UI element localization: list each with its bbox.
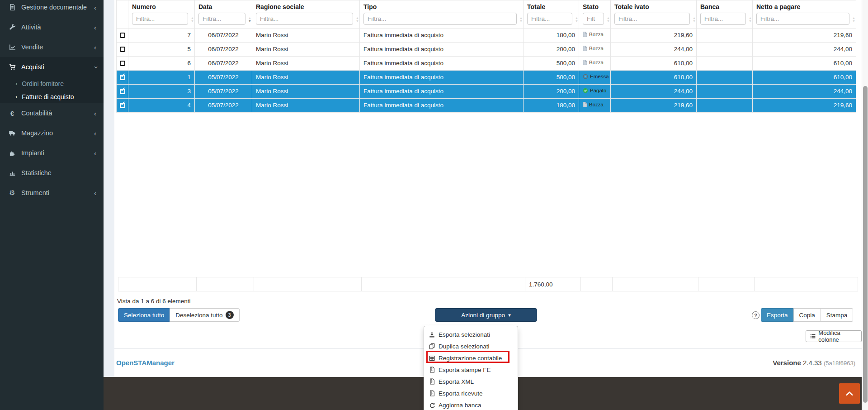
chevron-right-icon: › bbox=[15, 80, 17, 87]
filter-data-input[interactable] bbox=[198, 13, 245, 25]
sidebar-item-strumenti[interactable]: ⚙ Strumenti ‹ bbox=[0, 183, 104, 203]
select-all-button[interactable]: Seleziona tutto bbox=[118, 308, 170, 322]
column-header[interactable]: Numero bbox=[128, 0, 195, 11]
column-header[interactable]: Totale bbox=[524, 0, 579, 11]
column-header[interactable]: Netto a pagare bbox=[753, 0, 856, 11]
export-button[interactable]: Esporta bbox=[761, 308, 794, 322]
sidebar-subitem-fatture-di-acquisto[interactable]: › Fatture di acquisto bbox=[0, 90, 104, 103]
table-row-selected[interactable]: ✔ 3 05/07/2022 Mario Rossi Fattura immed… bbox=[117, 84, 856, 98]
sort-arrows-icon[interactable]: ▲▼ bbox=[607, 16, 610, 23]
vertical-scrollbar[interactable] bbox=[862, 0, 868, 410]
sort-arrows-icon[interactable]: ▲▼ bbox=[749, 16, 752, 23]
menu-item-registrazione-contabile[interactable]: Registrazione contabile bbox=[424, 352, 518, 364]
print-button[interactable]: Stampa bbox=[821, 308, 854, 322]
help-icon[interactable]: ? bbox=[752, 311, 760, 319]
bar-chart-icon bbox=[7, 170, 17, 176]
totale-sum: 1.760,00 bbox=[525, 277, 581, 291]
filter-banca-input[interactable] bbox=[700, 13, 746, 25]
menu-item-esporta-stampe-fe[interactable]: Esporta stampe FE bbox=[424, 364, 518, 376]
group-actions-button[interactable]: Azioni di gruppo ▾ bbox=[435, 308, 537, 322]
chevron-left-icon: ‹ bbox=[94, 129, 96, 137]
sidebar-item-acquisti[interactable]: Acquisti ‹ bbox=[0, 57, 104, 77]
filter-stato-input[interactable] bbox=[583, 13, 604, 25]
chevron-left-icon: ‹ bbox=[94, 4, 96, 11]
sort-arrows-icon[interactable]: ▲▼ bbox=[693, 16, 696, 23]
sort-arrows-icon[interactable]: ▲▼ bbox=[575, 16, 578, 23]
column-header[interactable]: Totale ivato bbox=[611, 0, 697, 11]
column-header[interactable]: Ragione sociale bbox=[252, 0, 360, 11]
filter-totale-input[interactable] bbox=[527, 13, 572, 25]
sort-arrows-icon[interactable]: ▲▼ bbox=[248, 16, 251, 23]
sidebar-item-contabilita[interactable]: € Contabilità ‹ bbox=[0, 103, 104, 123]
sidebar-item-impianti[interactable]: Impianti ‹ bbox=[0, 143, 104, 163]
sidebar-item-magazzino[interactable]: Magazzino ‹ bbox=[0, 123, 104, 143]
cell-netto: 219,60 bbox=[753, 98, 856, 112]
content-panel: Numero Data Ragione sociale Tipo Totale … bbox=[114, 0, 862, 377]
table-row[interactable]: 7 06/07/2022 Mario Rossi Fattura immedia… bbox=[117, 28, 856, 42]
column-header[interactable]: Banca bbox=[697, 0, 753, 11]
sort-arrows-icon[interactable]: ▲▼ bbox=[356, 16, 359, 23]
row-checkbox-checked[interactable]: ✔ bbox=[120, 103, 125, 108]
deselect-all-button[interactable]: Deseleziona tutto 3 bbox=[170, 308, 239, 322]
sidebar-item-attivita[interactable]: Attività ‹ bbox=[0, 17, 104, 37]
file-archive-icon bbox=[429, 367, 435, 373]
table-row-selected[interactable]: ✔ 4 05/07/2022 Mario Rossi Fattura immed… bbox=[117, 98, 856, 112]
chevron-down-icon: ‹ bbox=[91, 66, 99, 68]
table-row[interactable]: 5 06/07/2022 Mario Rossi Fattura immedia… bbox=[117, 42, 856, 56]
menu-item-duplica-selezionati[interactable]: Duplica selezionati bbox=[424, 340, 518, 352]
column-header[interactable]: Tipo bbox=[360, 0, 524, 11]
menu-item-esporta-selezionati[interactable]: Esporta selezionati bbox=[424, 329, 518, 340]
menu-item-esporta-xml[interactable]: Esporta XML bbox=[424, 376, 518, 387]
file-archive-icon bbox=[429, 378, 435, 385]
column-header[interactable]: Stato bbox=[579, 0, 611, 11]
menu-item-aggiorna-banca[interactable]: Aggiorna banca bbox=[424, 399, 518, 410]
row-checkbox[interactable] bbox=[120, 33, 125, 38]
filter-ragione-sociale-input[interactable] bbox=[256, 13, 353, 25]
table-grid-icon bbox=[429, 355, 435, 361]
sort-arrows-icon[interactable]: ▲▼ bbox=[191, 16, 194, 23]
row-checkbox[interactable] bbox=[120, 61, 125, 66]
euro-icon: € bbox=[7, 110, 17, 117]
filter-totale-ivato-input[interactable] bbox=[614, 13, 690, 25]
scrollbar-thumb[interactable] bbox=[863, 86, 868, 403]
row-checkbox[interactable] bbox=[120, 47, 125, 52]
cell-stato: Bozza bbox=[579, 42, 611, 56]
draft-file-icon bbox=[583, 102, 587, 107]
row-checkbox-checked[interactable]: ✔ bbox=[120, 89, 125, 94]
paid-check-icon bbox=[583, 88, 588, 93]
sidebar-item-statistiche[interactable]: Statistiche bbox=[0, 163, 104, 183]
menu-item-esporta-ricevute[interactable]: Esporta ricevute bbox=[424, 387, 518, 399]
chevron-left-icon: ‹ bbox=[94, 149, 96, 157]
sidebar-subitem-label: Fatture di acquisto bbox=[22, 93, 74, 100]
invoices-table: Numero Data Ragione sociale Tipo Totale … bbox=[116, 0, 856, 113]
issued-circle-icon bbox=[583, 74, 588, 79]
file-archive-icon bbox=[429, 390, 435, 396]
brand-link[interactable]: OpenSTAManager bbox=[116, 359, 175, 367]
draft-file-icon bbox=[583, 60, 587, 65]
filter-tipo-input[interactable] bbox=[363, 13, 517, 25]
column-header[interactable]: Data bbox=[195, 0, 252, 11]
table-row-selected[interactable]: ✔ 1 05/07/2022 Mario Rossi Fattura immed… bbox=[117, 70, 856, 84]
cell-totale-ivato: 244,00 bbox=[611, 84, 697, 98]
copy-button[interactable]: Copia bbox=[793, 308, 821, 322]
table-row[interactable]: 6 06/07/2022 Mario Rossi Fattura immedia… bbox=[117, 56, 856, 70]
modify-columns-button[interactable]: Modifica colonne bbox=[806, 330, 862, 342]
scroll-to-top-button[interactable] bbox=[839, 383, 860, 404]
sidebar-subitem-ordini-fornitore[interactable]: › Ordini fornitore bbox=[0, 77, 104, 90]
sidebar-item-gestione-documentale[interactable]: Gestione documentale ‹ bbox=[0, 0, 104, 17]
row-checkbox-checked[interactable]: ✔ bbox=[120, 75, 125, 80]
truck-icon bbox=[7, 130, 17, 137]
filter-netto-input[interactable] bbox=[756, 13, 849, 25]
cell-stato: Bozza bbox=[579, 56, 611, 70]
cell-banca bbox=[697, 70, 753, 84]
sidebar-item-vendite[interactable]: Vendite ‹ bbox=[0, 37, 104, 57]
sort-arrows-icon[interactable]: ▲▼ bbox=[519, 16, 523, 23]
filter-cell-empty bbox=[117, 11, 128, 29]
sort-arrows-icon[interactable]: ▲▼ bbox=[852, 16, 855, 23]
filter-row: ▲▼ ▲▼ ▲▼ ▲▼ ▲▼ ▲▼ ▲▼ ▲▼ ▲▼ bbox=[117, 11, 856, 29]
select-column-header bbox=[117, 0, 128, 11]
sidebar-item-label: Gestione documentale bbox=[21, 4, 94, 11]
selection-buttons: Seleziona tutto Deseleziona tutto 3 bbox=[118, 308, 240, 322]
filter-numero-input[interactable] bbox=[132, 13, 188, 25]
export-buttons: Esporta Copia Stampa bbox=[761, 308, 853, 322]
